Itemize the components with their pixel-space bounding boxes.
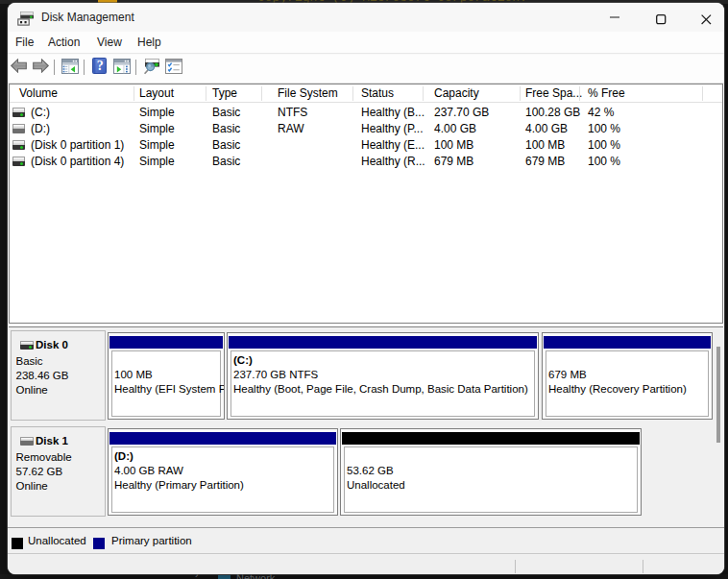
svg-text:?: ? — [97, 59, 104, 73]
